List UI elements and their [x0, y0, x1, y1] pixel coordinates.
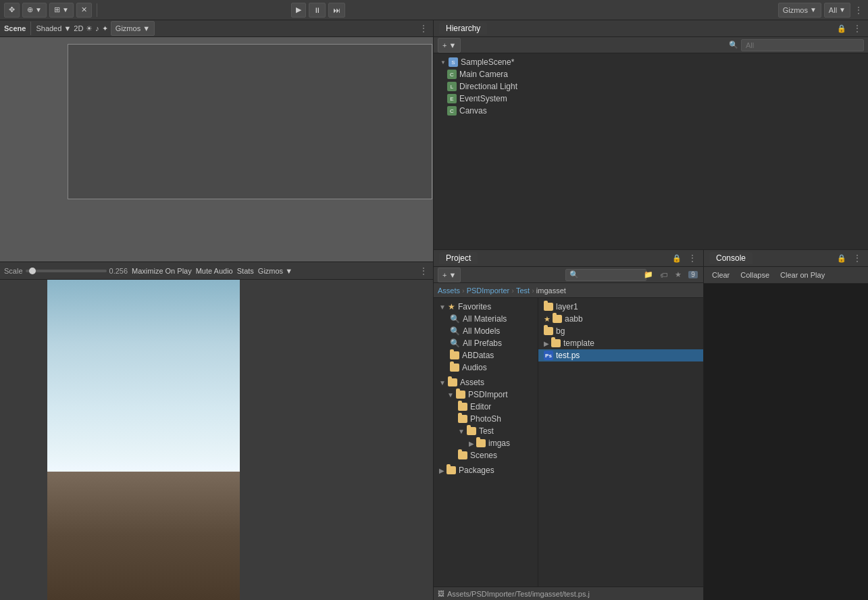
hierarchy-canvas[interactable]: C Canvas	[434, 105, 868, 117]
project-tab[interactable]: Project	[439, 252, 478, 264]
file-layer1[interactable]: layer1	[538, 301, 703, 313]
scale-slider-track[interactable]	[26, 270, 107, 272]
hierarchy-tabs: Hierarchy	[439, 22, 832, 34]
project-more-btn[interactable]: ⋮	[687, 253, 698, 264]
scene-audio-btn[interactable]: ♪	[95, 24, 99, 32]
scale-value: 0.256	[109, 267, 128, 275]
scene-more-btn[interactable]: ⋮	[418, 23, 429, 34]
scene-gizmos-btn[interactable]: Gizmos ▼	[111, 21, 155, 36]
console-clear-on-play-btn[interactable]: Clear on Play	[777, 270, 827, 280]
psdimport-label: PSDImport	[468, 390, 508, 399]
game-more-btn[interactable]: ⋮	[418, 266, 429, 276]
breadcrumb-psdimporter[interactable]: PSDImporter	[467, 286, 510, 295]
abdatas-item[interactable]: ABDatas	[434, 349, 538, 361]
project-star-btn[interactable]: ★	[672, 269, 684, 281]
transform-tool-button[interactable]: ⊕ ▼	[22, 3, 47, 18]
snap-tool-button[interactable]: ✕	[76, 3, 92, 18]
hierarchy-header: Hierarchy 🔒 ⋮	[434, 20, 868, 37]
hierarchy-tab[interactable]: Hierarchy	[439, 22, 487, 34]
ps-file-icon: Ps	[544, 351, 553, 360]
transform-icon: ⊕	[27, 5, 33, 14]
top-toolbar-more-button[interactable]: ⋮	[853, 5, 864, 16]
file-icon-small: 🖼	[438, 590, 444, 597]
file-testps[interactable]: Ps test.ps	[538, 349, 703, 361]
pause-btn[interactable]: ⏸	[309, 3, 326, 18]
bg-label: bg	[556, 326, 565, 336]
editor-item[interactable]: Editor	[434, 401, 538, 413]
mute-audio-btn[interactable]: Mute Audio	[196, 267, 233, 275]
all-dropdown[interactable]: All ▼	[824, 3, 850, 18]
canvas-label: Canvas	[459, 106, 487, 116]
all-prefabs-label: All Prefabs	[463, 339, 502, 348]
bg-folder-icon	[544, 327, 553, 335]
project-lock-btn[interactable]: 🔒	[671, 252, 683, 264]
breadcrumb-test[interactable]: Test	[516, 286, 530, 295]
move-tool-button[interactable]: ✥	[4, 3, 20, 18]
scene-light-btn[interactable]: ☀	[86, 24, 93, 33]
scene-fx-btn[interactable]: ✦	[102, 24, 108, 33]
scene-2d-btn[interactable]: 2D	[74, 24, 83, 32]
scenes-folder-icon	[458, 451, 467, 459]
console-tab[interactable]: Console	[709, 252, 752, 264]
all-models-label: All Models	[463, 326, 500, 336]
all-prefabs-item[interactable]: 🔍 All Prefabs	[434, 337, 538, 349]
project-add-btn[interactable]: + ▼	[438, 268, 461, 282]
console-panel: Console 🔒 ⋮ Clear Collapse Clear on Play	[704, 250, 868, 600]
hierarchy-directional-light[interactable]: L Directional Light	[434, 80, 868, 93]
hierarchy-search-input[interactable]	[741, 39, 864, 51]
game-canvas	[0, 280, 433, 600]
packages-item[interactable]: ▶ Packages	[434, 464, 538, 476]
file-aabb[interactable]: ★ aabb	[538, 313, 703, 325]
step-btn[interactable]: ⏭	[328, 3, 345, 18]
hierarchy-main-camera[interactable]: C Main Camera	[434, 68, 868, 80]
hierarchy-event-system[interactable]: E EventSystem	[434, 93, 868, 105]
hierarchy-scene-item[interactable]: ▼ S SampleScene*	[434, 56, 868, 68]
play-btn[interactable]: ▶	[291, 3, 306, 18]
all-materials-item[interactable]: 🔍 All Materials	[434, 313, 538, 325]
psdimport-item[interactable]: ▼ PSDImport	[434, 389, 538, 401]
hierarchy-lock-btn[interactable]: 🔒	[836, 22, 848, 34]
scale-slider-thumb[interactable]	[29, 268, 36, 274]
hierarchy-search-container: 🔍	[729, 37, 864, 53]
breadcrumb-assets[interactable]: Assets	[438, 286, 460, 295]
stats-btn[interactable]: Stats	[237, 267, 254, 275]
console-collapse-btn[interactable]: Collapse	[738, 270, 772, 280]
all-models-item[interactable]: 🔍 All Models	[434, 325, 538, 337]
console-more-btn[interactable]: ⋮	[852, 253, 863, 264]
console-clear-btn[interactable]: Clear	[709, 270, 732, 280]
assets-section[interactable]: ▼ Assets	[434, 376, 538, 389]
project-folder-btn[interactable]: 📁	[642, 269, 655, 281]
project-tag-btn[interactable]: 🏷	[657, 269, 669, 281]
assets-label: Assets	[460, 378, 484, 387]
scene-shading-btn[interactable]: Shaded ▼	[36, 24, 71, 32]
grid-tool-button[interactable]: ⊞ ▼	[49, 3, 74, 18]
console-content	[704, 284, 868, 600]
audios-item[interactable]: Audios	[434, 361, 538, 374]
maximize-on-play-btn[interactable]: Maximize On Play	[132, 267, 192, 275]
test-folder-icon	[467, 427, 476, 435]
gizmos-dropdown[interactable]: Gizmos ▼	[778, 3, 821, 18]
file-bg[interactable]: bg	[538, 325, 703, 337]
project-toolbar: + ▼ 🔍 📁 🏷 ★ 9	[434, 267, 703, 283]
scene-icon: S	[449, 57, 458, 67]
scene-view-label: Scene	[4, 24, 26, 32]
project-num: 9	[688, 271, 698, 278]
search-small-icon3: 🔍	[450, 339, 460, 348]
hierarchy-more-btn[interactable]: ⋮	[852, 23, 863, 34]
aabb-folder-icon	[553, 315, 562, 323]
project-panel: Project 🔒 ⋮ + ▼ 🔍 📁 🏷 ★ 9	[434, 250, 704, 600]
scenes-item[interactable]: Scenes	[434, 449, 538, 461]
game-gizmos-btn[interactable]: Gizmos ▼	[258, 267, 292, 275]
test-item[interactable]: ▼ Test	[434, 425, 538, 437]
file-template[interactable]: ▶ template	[538, 337, 703, 349]
project-status-bar: 🖼 Assets/PSDImporter/Test/imgasset/test.…	[434, 586, 703, 600]
console-lock-btn[interactable]: 🔒	[836, 252, 848, 264]
aabb-star-icon: ★	[544, 315, 551, 324]
project-search-input[interactable]	[565, 269, 646, 281]
hierarchy-add-btn[interactable]: + ▼	[438, 38, 461, 53]
imgas-label: imgas	[488, 439, 510, 448]
ground-area	[47, 472, 240, 600]
imgas-item[interactable]: ▶ imgas	[434, 437, 538, 449]
favorites-section[interactable]: ▼ ★ Favorites	[434, 301, 538, 313]
photoshop-item[interactable]: PhotoSh	[434, 413, 538, 425]
